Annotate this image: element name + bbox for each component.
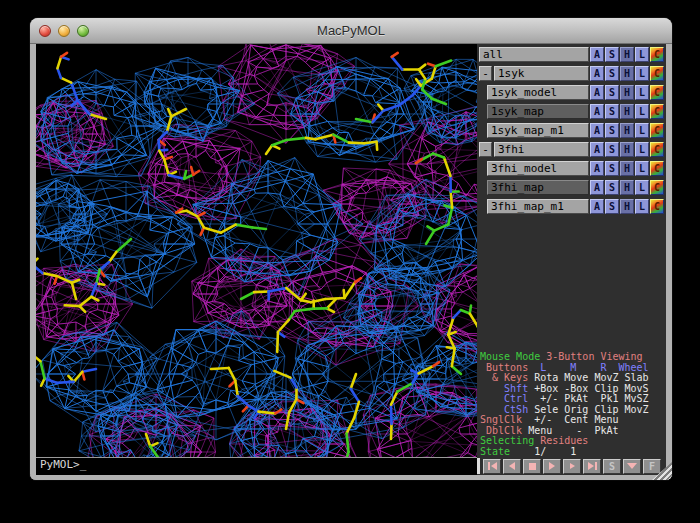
object-3fhi_map_m1-S-button[interactable]: S <box>605 199 619 214</box>
object-3fhi_model-C-button[interactable]: C <box>650 161 664 176</box>
object-row-1syk: -1sykASHLC <box>477 64 666 83</box>
stop-icon <box>529 463 536 470</box>
object-1syk_model-S-button[interactable]: S <box>605 85 619 100</box>
text-segment: +Box -Box Clip MovS <box>534 383 648 394</box>
text-segment: Buttons <box>480 362 534 373</box>
macpymol-window: MacPyMOL PyMOL>_ allASHLC-1sykASHLC1syk_… <box>30 18 672 480</box>
control-panel: allASHLC-1sykASHLC1syk_modelASHLC1syk_ma… <box>477 44 666 475</box>
playback-menu-dropdown-button[interactable] <box>623 459 641 474</box>
text-segment: Menu - PkAt <box>528 425 618 436</box>
f-label: F <box>649 460 655 473</box>
command-line-input[interactable]: PyMOL>_ <box>36 457 477 472</box>
object-3fhi_model-H-button[interactable]: H <box>620 161 634 176</box>
object-1syk_map_m1-C-button[interactable]: C <box>650 123 664 138</box>
object-3fhi_model-L-button[interactable]: L <box>635 161 649 176</box>
state-indicator[interactable]: State 1/ 1 <box>480 447 666 458</box>
object-1syk_map_m1-S-button[interactable]: S <box>605 123 619 138</box>
text-segment: Ctrl <box>480 393 534 404</box>
object-3fhi_map-H-button[interactable]: H <box>620 180 634 195</box>
object-row-3fhi: -3fhiASHLC <box>477 140 666 159</box>
object-3fhi_map_m1-H-button[interactable]: H <box>620 199 634 214</box>
object-3fhi_map-S-button[interactable]: S <box>605 180 619 195</box>
skip-end-icon <box>588 462 594 470</box>
object-3fhi-H-button[interactable]: H <box>620 142 634 157</box>
playback-go-to-end-button[interactable] <box>583 459 601 474</box>
object-1syk-C-button[interactable]: C <box>650 66 664 81</box>
object-3fhi_map_m1-A-button[interactable]: A <box>590 199 604 214</box>
object-1syk-L-button[interactable]: L <box>635 66 649 81</box>
text-segment: & Keys <box>480 372 534 383</box>
play-icon <box>549 462 555 470</box>
object-1syk_model-L-button[interactable]: L <box>635 85 649 100</box>
object-all-C-button[interactable]: C <box>650 47 664 62</box>
object-3fhi_map-C-button[interactable]: C <box>650 180 664 195</box>
object-name-all[interactable]: all <box>479 47 589 62</box>
skip-start-icon <box>488 462 490 470</box>
object-all-S-button[interactable]: S <box>605 47 619 62</box>
object-1syk_map_m1-L-button[interactable]: L <box>635 123 649 138</box>
object-1syk_map-S-button[interactable]: S <box>605 104 619 119</box>
viewport-3d[interactable]: PyMOL>_ <box>36 44 477 475</box>
object-1syk_map-L-button[interactable]: L <box>635 104 649 119</box>
object-name-1syk_map_m1[interactable]: 1syk_map_m1 <box>487 123 589 138</box>
object-3fhi_map-L-button[interactable]: L <box>635 180 649 195</box>
playback-fullscreen-button[interactable]: F <box>643 459 661 474</box>
object-3fhi-L-button[interactable]: L <box>635 142 649 157</box>
back-icon <box>509 462 515 470</box>
text-segment: Selecting <box>480 435 540 446</box>
playback-go-to-start-button[interactable] <box>483 459 501 474</box>
object-1syk_map-A-button[interactable]: A <box>590 104 604 119</box>
object-1syk_map_m1-H-button[interactable]: H <box>620 123 634 138</box>
object-all-L-button[interactable]: L <box>635 47 649 62</box>
text-segment: +/- Cent Menu <box>528 414 618 425</box>
object-1syk_model-H-button[interactable]: H <box>620 85 634 100</box>
down-icon <box>627 463 637 469</box>
object-3fhi_map-A-button[interactable]: A <box>590 180 604 195</box>
text-segment: SnglClk <box>480 414 528 425</box>
object-1syk_model-C-button[interactable]: C <box>650 85 664 100</box>
object-1syk-A-button[interactable]: A <box>590 66 604 81</box>
object-list: allASHLC-1sykASHLC1syk_modelASHLC1syk_ma… <box>477 44 666 216</box>
panel-separator <box>477 458 480 474</box>
window-title: MacPyMOL <box>30 23 672 38</box>
object-row-3fhi_model: 3fhi_modelASHLC <box>477 159 666 178</box>
object-3fhi-A-button[interactable]: A <box>590 142 604 157</box>
playback-stop-button[interactable] <box>523 459 541 474</box>
collapse-toggle-1syk[interactable]: - <box>479 66 492 81</box>
title-bar[interactable]: MacPyMOL <box>30 18 672 44</box>
object-1syk_map-H-button[interactable]: H <box>620 104 634 119</box>
playback-step-back-button[interactable] <box>503 459 521 474</box>
playback-play-button[interactable] <box>543 459 561 474</box>
playback-step-forward-button[interactable] <box>563 459 581 474</box>
object-all-A-button[interactable]: A <box>590 47 604 62</box>
object-3fhi_model-A-button[interactable]: A <box>590 161 604 176</box>
object-row-1syk_model: 1syk_modelASHLC <box>477 83 666 102</box>
object-name-1syk[interactable]: 1syk <box>494 66 589 81</box>
object-1syk_model-A-button[interactable]: A <box>590 85 604 100</box>
object-3fhi_map_m1-L-button[interactable]: L <box>635 199 649 214</box>
object-name-3fhi_model[interactable]: 3fhi_model <box>487 161 589 176</box>
object-1syk-H-button[interactable]: H <box>620 66 634 81</box>
playback-scene-button-button[interactable]: S <box>603 459 621 474</box>
collapse-toggle-3fhi[interactable]: - <box>479 142 492 157</box>
object-3fhi_model-S-button[interactable]: S <box>605 161 619 176</box>
object-name-1syk_map[interactable]: 1syk_map <box>487 104 589 119</box>
text-segment: +/- PkAt Pk1 MvSZ <box>534 393 648 404</box>
molecule-render-canvas[interactable] <box>36 44 477 457</box>
text-segment: Shft <box>480 383 534 394</box>
object-name-3fhi_map[interactable]: 3fhi_map <box>487 180 589 195</box>
text-segment: Sele Orig Clip MovZ <box>534 404 648 415</box>
object-1syk-S-button[interactable]: S <box>605 66 619 81</box>
object-name-3fhi_map_m1[interactable]: 3fhi_map_m1 <box>487 199 589 214</box>
text-segment: Rota Move MovZ Slab <box>534 372 648 383</box>
object-1syk_map_m1-A-button[interactable]: A <box>590 123 604 138</box>
object-name-1syk_model[interactable]: 1syk_model <box>487 85 589 100</box>
object-all-H-button[interactable]: H <box>620 47 634 62</box>
text-segment: L M R Wheel <box>534 362 648 373</box>
object-row-3fhi_map: 3fhi_mapASHLC <box>477 178 666 197</box>
object-3fhi-S-button[interactable]: S <box>605 142 619 157</box>
object-3fhi_map_m1-C-button[interactable]: C <box>650 199 664 214</box>
object-name-3fhi[interactable]: 3fhi <box>494 142 589 157</box>
object-1syk_map-C-button[interactable]: C <box>650 104 664 119</box>
object-3fhi-C-button[interactable]: C <box>650 142 664 157</box>
